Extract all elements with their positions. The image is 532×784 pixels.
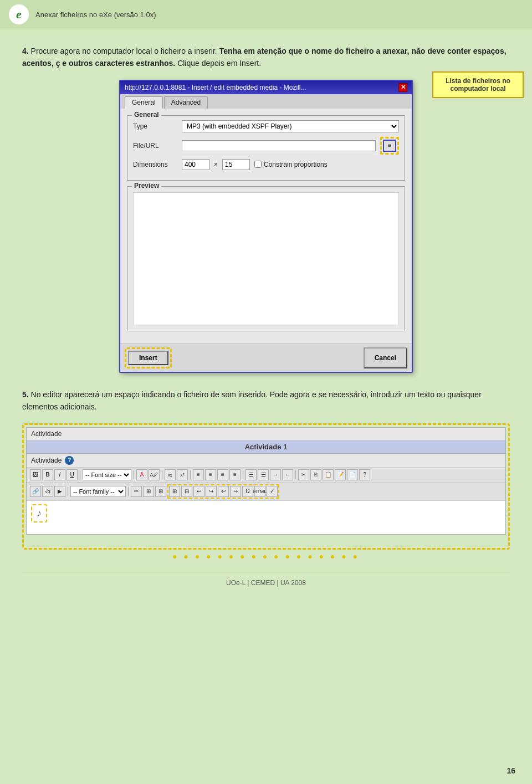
toolbar-paste-btn[interactable]: 📋 bbox=[323, 469, 334, 480]
toolbar-superscript-btn[interactable]: x² bbox=[177, 469, 188, 480]
toolbar-table-btn[interactable]: ⊞ bbox=[143, 486, 154, 497]
toolbar-indent-btn[interactable]: → bbox=[270, 469, 281, 480]
callout-text: Lista de ficheiros no computador local bbox=[446, 77, 510, 93]
constrain-checkbox[interactable] bbox=[254, 161, 262, 168]
type-select[interactable]: MP3 (with embedded XSPF Player) bbox=[182, 120, 399, 132]
activity-wrapper: Actividade Actividade 1 Actividade ? 🖼 B bbox=[22, 423, 510, 561]
toolbar-sep-3 bbox=[162, 470, 162, 479]
dim-width-input[interactable] bbox=[182, 159, 209, 170]
preview-area bbox=[133, 192, 399, 325]
step5-body: No editor aparecerá um espaço indicando … bbox=[22, 390, 482, 411]
editor-content[interactable]: ♪ bbox=[27, 501, 505, 534]
toolbar-extra4-btn[interactable]: ↪ bbox=[206, 486, 217, 497]
step4-text: 4. Procure agora no computador local o f… bbox=[22, 45, 510, 70]
file-url-input[interactable] bbox=[182, 140, 376, 151]
step5-number: 5. bbox=[22, 390, 29, 399]
toolbar-align-center-btn[interactable]: ≡ bbox=[205, 469, 216, 480]
toolbar-extra6-btn[interactable]: ↪ bbox=[230, 486, 241, 497]
step5-text: 5. No editor aparecerá um espaço indican… bbox=[22, 388, 510, 413]
step4-text2: Clique depois em Insert. bbox=[177, 59, 261, 68]
toolbar-table2-btn[interactable]: ⊞ bbox=[155, 486, 166, 497]
activity-header-text: Actividade bbox=[31, 430, 62, 438]
dialog-titlebar: http://127.0.0.1:8081 - Insert / edit em… bbox=[120, 81, 412, 94]
toolbar-font-color-btn[interactable]: A bbox=[136, 469, 147, 480]
header-title: Anexar ficheiros no eXe (versão 1.0x) bbox=[35, 11, 156, 19]
header: e Anexar ficheiros no eXe (versão 1.0x) bbox=[0, 0, 532, 29]
dim-x-symbol: × bbox=[214, 161, 218, 168]
toolbar-row-1: 🖼 B I U -- Font size -- A A🖊 x₂ x² ≡ ≡ ≡ bbox=[27, 468, 505, 483]
toolbar-paste-text-btn[interactable]: 📝 bbox=[335, 469, 346, 480]
toolbar-list-ol-btn[interactable]: ☰ bbox=[258, 469, 269, 480]
activity-dashed-outline: Actividade Actividade 1 Actividade ? 🖼 B bbox=[22, 423, 510, 550]
file-url-row: File/URL ≡ bbox=[133, 137, 399, 155]
toolbar-underline-btn[interactable]: U bbox=[66, 469, 78, 480]
insert-btn-wrapper: Insert bbox=[125, 347, 172, 368]
toolbar-highlight-btn[interactable]: A🖊 bbox=[149, 469, 160, 480]
toolbar-align-left-btn[interactable]: ≡ bbox=[193, 469, 204, 480]
footer-text: UOe-L | CEMED | UA 2008 bbox=[226, 579, 306, 587]
insert-button[interactable]: Insert bbox=[128, 351, 168, 365]
toolbar-extra2-btn[interactable]: ⊟ bbox=[181, 486, 192, 497]
dim-height-input[interactable] bbox=[222, 159, 250, 170]
preview-label: Preview bbox=[132, 182, 161, 189]
toolbar-align-right-btn[interactable]: ≡ bbox=[217, 469, 228, 480]
toolbar-copy-btn[interactable]: ⎘ bbox=[310, 469, 321, 480]
toolbar-cut-btn[interactable]: ✂ bbox=[298, 469, 309, 480]
toolbar-omega-btn[interactable]: Ω bbox=[242, 486, 253, 497]
toolbar-sep-1 bbox=[80, 470, 80, 479]
constrain-proportions: Constrain proportions bbox=[254, 161, 328, 168]
browse-button[interactable]: ≡ bbox=[383, 140, 396, 152]
extra-toolbar-wrapper: ⊞ ⊟ ↩ ↪ ↩ ↪ Ω HTML ✓ bbox=[167, 484, 279, 499]
dialog-area: http://127.0.0.1:8081 - Insert / edit em… bbox=[22, 80, 510, 373]
general-group-label: General bbox=[132, 111, 161, 119]
toolbar-math-btn[interactable]: √α bbox=[42, 486, 53, 497]
browse-btn-wrapper: ≡ bbox=[380, 137, 399, 155]
toolbar-media-btn[interactable]: ▶ bbox=[54, 486, 65, 497]
toolbar-extra1-btn[interactable]: ⊞ bbox=[169, 486, 180, 497]
callout-tooltip: Lista de ficheiros no computador local bbox=[432, 71, 524, 98]
toolbar-paste-word-btn[interactable]: 📄 bbox=[347, 469, 358, 480]
toolbar-image-btn[interactable]: 🖼 bbox=[30, 469, 41, 480]
type-row: Type MP3 (with embedded XSPF Player) bbox=[133, 120, 399, 132]
toolbar-outdent-btn[interactable]: ← bbox=[282, 469, 293, 480]
toolbar-sep-7 bbox=[68, 487, 68, 496]
file-url-label: File/URL bbox=[133, 142, 177, 150]
toolbar-extra5-btn[interactable]: ↩ bbox=[218, 486, 229, 497]
toolbar-html-btn[interactable]: HTML bbox=[254, 486, 265, 497]
toolbar-sep-2 bbox=[134, 470, 134, 479]
dimensions-row: Dimensions × Constrain proportions bbox=[133, 159, 399, 170]
page-number: 16 bbox=[507, 766, 515, 775]
help-icon[interactable]: ? bbox=[65, 456, 74, 465]
toolbar-extra7-btn[interactable]: ✓ bbox=[267, 486, 278, 497]
browse-icon: ≡ bbox=[388, 142, 391, 148]
toolbar-row-2: 🔗 √α ▶ -- Font family -- ✏ ⊞ ⊞ ⊞ ⊟ ↩ ↪ bbox=[27, 483, 505, 501]
dialog-close-button[interactable]: ✕ bbox=[398, 83, 407, 92]
toolbar-extra3-btn[interactable]: ↩ bbox=[193, 486, 204, 497]
toolbar-subscript-btn[interactable]: x₂ bbox=[165, 469, 176, 480]
font-size-select[interactable]: -- Font size -- bbox=[83, 469, 131, 480]
font-family-select[interactable]: -- Font family -- bbox=[70, 486, 126, 497]
step4-text1: Procure agora no computador local o fich… bbox=[31, 47, 217, 55]
logo: e bbox=[9, 4, 29, 24]
toolbar-edit-btn[interactable]: ✏ bbox=[131, 486, 142, 497]
toolbar-help-btn[interactable]: ? bbox=[359, 469, 370, 480]
toolbar-list-ul-btn[interactable]: ☰ bbox=[245, 469, 257, 480]
toolbar-bold-btn[interactable]: B bbox=[42, 469, 53, 480]
cancel-button[interactable]: Cancel bbox=[364, 347, 407, 368]
activity-title: Actividade 1 bbox=[245, 443, 288, 451]
activity-label-row: Actividade ? bbox=[27, 454, 505, 468]
toolbar-align-justify-btn[interactable]: ≡ bbox=[229, 469, 241, 480]
tab-general[interactable]: General bbox=[125, 96, 163, 109]
activity-header: Actividade bbox=[27, 428, 505, 440]
toolbar-sep-6 bbox=[295, 470, 296, 479]
toolbar-italic-btn[interactable]: I bbox=[54, 469, 65, 480]
tab-advanced[interactable]: Advanced bbox=[164, 96, 208, 109]
dialog-buttons: Insert Cancel bbox=[120, 344, 412, 372]
general-group: General Type MP3 (with embedded XSPF Pla… bbox=[127, 115, 405, 181]
dialog-body: General Type MP3 (with embedded XSPF Pla… bbox=[120, 109, 412, 344]
toolbar-sep-4 bbox=[190, 470, 191, 479]
toolbar-image2-btn[interactable]: 🔗 bbox=[30, 486, 41, 497]
toolbar-sep-5 bbox=[243, 470, 243, 479]
dialog-title: http://127.0.0.1:8081 - Insert / edit em… bbox=[125, 84, 306, 91]
activity-label-text: Actividade bbox=[31, 457, 62, 464]
